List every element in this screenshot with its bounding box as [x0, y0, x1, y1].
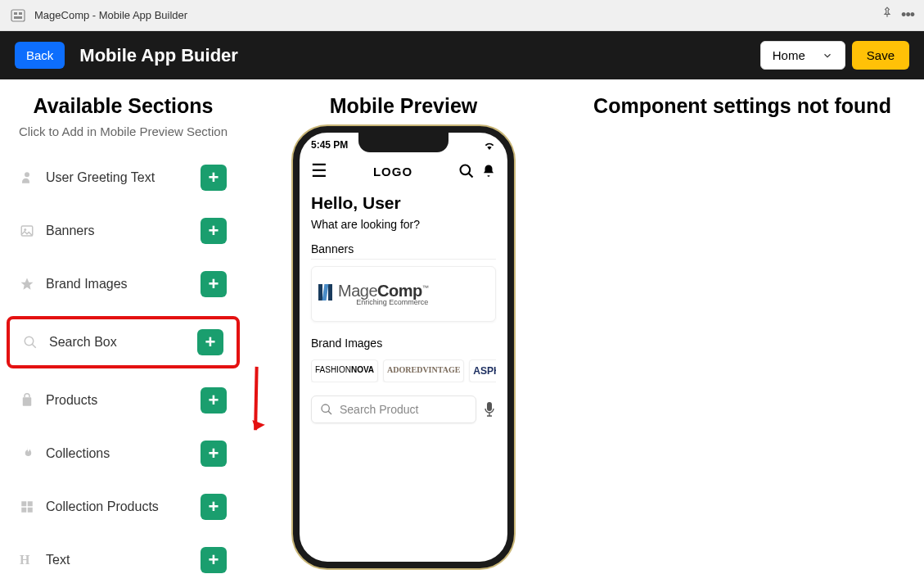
svg-point-7	[24, 228, 26, 231]
section-item-products[interactable]: Products+	[7, 379, 240, 422]
svg-rect-12	[28, 501, 33, 506]
search-icon	[320, 403, 333, 416]
section-item-left: Banners	[20, 224, 95, 238]
app-header: MageComp - Mobile App Builder •••	[0, 0, 924, 31]
svg-line-16	[468, 174, 472, 178]
section-brands-label: Brand Images	[311, 337, 496, 353]
bell-icon[interactable]	[481, 164, 496, 179]
H-icon: H	[20, 553, 34, 567]
svg-rect-13	[21, 508, 26, 513]
svg-point-17	[322, 404, 329, 412]
section-item-search-box[interactable]: Search Box+	[7, 316, 240, 368]
phone-header-icons	[458, 163, 496, 179]
add-button[interactable]: +	[201, 165, 227, 191]
svg-rect-2	[19, 12, 22, 15]
section-label: Products	[46, 393, 97, 408]
available-sections-panel: Available Sections Click to Add in Mobil…	[7, 94, 240, 583]
available-sections-title: Available Sections	[7, 94, 240, 118]
wifi-icon	[483, 140, 496, 150]
section-item-left: Brand Images	[20, 277, 128, 292]
page-select-label: Home	[773, 48, 805, 62]
section-label: Text	[46, 553, 70, 567]
svg-rect-3	[14, 16, 22, 19]
section-label: Collection Products	[46, 499, 159, 514]
app-title: MageComp - Mobile App Builder	[34, 9, 187, 21]
save-button[interactable]: Save	[852, 41, 909, 70]
svg-line-9	[32, 344, 36, 348]
brand-item[interactable]: ADOREDVINTAGE	[383, 359, 464, 382]
section-item-left: Collections	[20, 446, 110, 461]
pin-icon[interactable]	[881, 7, 893, 24]
section-item-brand-images[interactable]: Brand Images+	[7, 263, 240, 305]
search-placeholder: Search Product	[340, 403, 419, 416]
phone-time: 5:45 PM	[311, 139, 348, 151]
phone-notch	[358, 131, 448, 152]
svg-rect-11	[21, 501, 26, 506]
phone-body: Hello, User What are looking for? Banner…	[300, 188, 507, 428]
back-button[interactable]: Back	[15, 42, 65, 69]
add-button[interactable]: +	[201, 271, 227, 297]
svg-rect-19	[487, 402, 492, 411]
add-button[interactable]: +	[197, 329, 223, 355]
banner-card[interactable]: MageComp™ Enriching Ecommerce	[311, 266, 496, 322]
section-item-left: Collection Products	[20, 499, 159, 514]
section-label: Search Box	[49, 335, 117, 350]
svg-point-5	[25, 172, 29, 177]
mic-icon[interactable]	[483, 401, 496, 418]
available-sections-subtitle: Click to Add in Mobile Preview Section	[7, 124, 240, 138]
section-item-collections[interactable]: Collections+	[7, 432, 240, 475]
svg-rect-1	[14, 12, 17, 15]
page-title: Mobile App Buider	[79, 45, 238, 66]
svg-rect-14	[28, 508, 33, 513]
add-button[interactable]: +	[201, 441, 227, 467]
svg-line-18	[328, 411, 331, 414]
hamburger-icon[interactable]: ☰	[311, 160, 327, 182]
app-header-left: MageComp - Mobile App Builder	[10, 7, 187, 24]
phone-logo: LOGO	[373, 165, 412, 179]
section-item-collection-products[interactable]: Collection Products+	[7, 486, 240, 528]
magecomp-logo-bars	[318, 284, 333, 304]
section-label: Brand Images	[46, 277, 128, 292]
section-item-left: Search Box	[23, 335, 117, 350]
settings-not-found: Component settings not found	[567, 94, 917, 118]
phone-search-row: Search Product	[311, 395, 496, 423]
more-icon[interactable]: •••	[901, 7, 914, 24]
section-item-text[interactable]: HText+	[7, 539, 240, 581]
page-select[interactable]: Home	[760, 41, 845, 70]
toolbar-right: Home Save	[760, 41, 909, 70]
brand-item[interactable]: ASPH	[469, 359, 496, 382]
section-label: User Greeting Text	[46, 170, 155, 185]
sections-list: User Greeting Text+Banners+Brand Images+…	[7, 156, 240, 583]
greeting-text: Hello, User	[311, 193, 496, 213]
person-icon	[20, 170, 34, 185]
mobile-preview-panel: Mobile Preview 5:45 PM ☰ LOGO Hello, Use…	[264, 94, 543, 583]
section-item-left: HText	[20, 553, 70, 567]
phone-app-header: ☰ LOGO	[300, 154, 507, 188]
app-logo-icon	[10, 7, 26, 24]
search-icon[interactable]	[458, 163, 475, 179]
toolbar: Back Mobile App Buider Home Save	[0, 31, 924, 79]
greeting-subtext: What are looking for?	[311, 218, 496, 231]
search-icon	[23, 335, 38, 350]
toolbar-left: Back Mobile App Buider	[15, 42, 238, 69]
svg-point-15	[460, 165, 470, 175]
star-icon	[20, 277, 34, 292]
brand-carousel[interactable]: FASHIONNOVA ADOREDVINTAGE ASPH	[311, 359, 496, 382]
search-input[interactable]: Search Product	[311, 395, 476, 423]
section-banners-label: Banners	[311, 242, 496, 260]
settings-panel: Component settings not found	[567, 94, 917, 583]
section-item-banners[interactable]: Banners+	[7, 210, 240, 252]
add-button[interactable]: +	[201, 494, 227, 520]
section-item-user-greeting-text[interactable]: User Greeting Text+	[7, 156, 240, 199]
image-icon	[20, 224, 34, 238]
svg-rect-10	[23, 397, 32, 406]
brand-item[interactable]: FASHIONNOVA	[311, 359, 378, 382]
section-item-left: User Greeting Text	[20, 170, 155, 185]
add-button[interactable]: +	[201, 387, 227, 414]
mobile-preview-title: Mobile Preview	[264, 94, 543, 118]
add-button[interactable]: +	[201, 218, 227, 244]
add-button[interactable]: +	[201, 547, 227, 573]
section-label: Banners	[46, 224, 95, 238]
flame-icon	[20, 446, 34, 461]
grid-icon	[20, 499, 34, 514]
